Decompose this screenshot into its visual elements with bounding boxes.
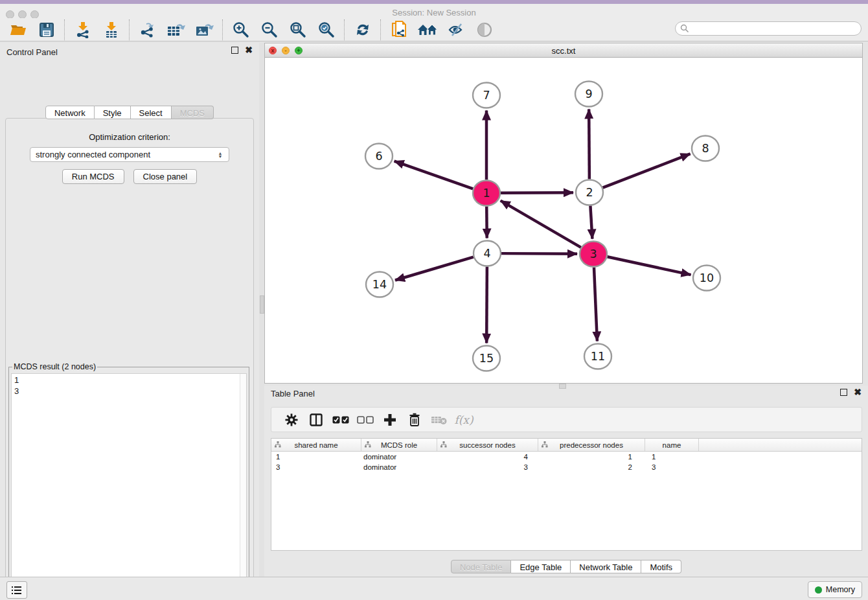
- criterion-dropdown[interactable]: strongly connected component ▲▼: [30, 147, 229, 162]
- table-tabs: Node TableEdge TableNetwork TableMotifs: [264, 560, 868, 573]
- table-row[interactable]: 1dominator411: [271, 452, 862, 462]
- export-image-icon[interactable]: [190, 19, 219, 41]
- edge-2-3[interactable]: [590, 205, 592, 238]
- save-session-icon[interactable]: [32, 19, 61, 41]
- table-cell[interactable]: 2: [538, 462, 645, 472]
- zoom-in-icon[interactable]: [227, 19, 255, 41]
- delete-column-icon[interactable]: [402, 410, 427, 430]
- edge-1-6[interactable]: [394, 161, 474, 189]
- search-field[interactable]: [675, 21, 862, 36]
- network-frame-titlebar[interactable]: x - + scc.txt: [265, 43, 862, 58]
- tab-network-table[interactable]: Network Table: [571, 560, 641, 573]
- criterion-dropdown-value: strongly connected component: [30, 150, 214, 159]
- delete-table-icon[interactable]: [427, 410, 451, 430]
- edge-4-15[interactable]: [486, 266, 487, 343]
- zoom-selected-icon[interactable]: [312, 19, 341, 41]
- toolbar-separator: [129, 19, 130, 40]
- edge-3-11[interactable]: [594, 267, 597, 341]
- edge-3-10[interactable]: [608, 257, 691, 275]
- duplicate-network-icon[interactable]: [385, 19, 413, 41]
- memory-button[interactable]: Memory: [808, 581, 862, 598]
- import-network-icon[interactable]: [69, 19, 97, 41]
- column-header-label: successor nodes: [459, 441, 515, 449]
- create-column-icon[interactable]: [378, 410, 402, 430]
- control-panel-title: Control Panel: [6, 47, 58, 57]
- splitter-handle[interactable]: [260, 295, 264, 314]
- zoom-fit-icon[interactable]: [284, 19, 312, 41]
- node-label-15: 15: [479, 352, 494, 365]
- table-row[interactable]: 3dominator323: [271, 462, 862, 472]
- edge-1-2[interactable]: [501, 192, 573, 193]
- mcds-result-list[interactable]: 1 3: [11, 373, 247, 600]
- tab-edge-table[interactable]: Edge Table: [511, 560, 571, 573]
- unselect-all-columns-icon[interactable]: [353, 410, 378, 430]
- edge-4-3[interactable]: [501, 253, 577, 254]
- close-panel-button[interactable]: Close panel: [133, 169, 198, 184]
- run-mcds-button[interactable]: Run MCDS: [62, 169, 124, 184]
- table-cell[interactable]: dominator: [361, 452, 437, 462]
- edge-4-14[interactable]: [395, 257, 474, 281]
- control-panel-tabs: NetworkStyleSelectMCDS: [0, 106, 259, 119]
- column-header-predecessor-nodes[interactable]: predecessor nodes: [538, 439, 645, 451]
- table-cell[interactable]: 3: [271, 462, 361, 472]
- table-body: 1dominator4113dominator323: [271, 452, 862, 472]
- table-cell[interactable]: 1: [538, 452, 645, 462]
- app-titlebar: Session: New Session: [0, 4, 868, 18]
- split-panel-icon[interactable]: [304, 410, 328, 430]
- table-settings-icon[interactable]: [279, 410, 304, 430]
- table-cell[interactable]: 1: [271, 452, 361, 462]
- select-all-columns-icon[interactable]: [328, 410, 353, 430]
- column-header-successor-nodes[interactable]: successor nodes: [437, 439, 538, 451]
- column-header-shared-name[interactable]: shared name: [271, 439, 361, 451]
- table-cell[interactable]: 3: [437, 462, 538, 472]
- show-hide-panel-icon[interactable]: [470, 19, 499, 41]
- table-cell[interactable]: dominator: [361, 462, 437, 472]
- node-label-7: 7: [483, 89, 490, 102]
- edge-2-9[interactable]: [589, 109, 589, 179]
- memory-label: Memory: [826, 585, 855, 594]
- tab-node-table[interactable]: Node Table: [451, 560, 512, 573]
- app-title: Session: New Session: [0, 8, 868, 17]
- apply-layout-icon[interactable]: [348, 19, 377, 41]
- float-panel-icon[interactable]: [231, 47, 238, 54]
- open-session-icon[interactable]: [4, 19, 32, 41]
- home-icon[interactable]: [413, 19, 442, 41]
- close-table-panel-icon[interactable]: ✖: [854, 389, 862, 396]
- toolbar-separator: [380, 19, 382, 40]
- mcds-result-group: MCDS result (2 nodes) 1 3: [8, 362, 249, 600]
- toolbar-separator: [344, 19, 345, 40]
- table-cell[interactable]: 1: [645, 452, 699, 462]
- edge-3-1[interactable]: [501, 201, 581, 248]
- tab-network[interactable]: Network: [45, 106, 95, 119]
- network-canvas[interactable]: 7968124314101511: [265, 58, 862, 383]
- tab-mcds[interactable]: MCDS: [172, 106, 214, 119]
- search-input[interactable]: [689, 23, 847, 34]
- export-network-icon[interactable]: [133, 19, 162, 41]
- node-label-3: 3: [589, 248, 597, 260]
- toolbar-separator: [64, 19, 65, 40]
- vertical-splitter[interactable]: [259, 43, 264, 577]
- chevron-up-down-icon: ▲▼: [214, 152, 229, 158]
- node-label-14: 14: [372, 278, 387, 291]
- result-scrollbar[interactable]: [240, 374, 246, 600]
- column-header-MCDS-role[interactable]: MCDS role: [361, 439, 437, 451]
- edge-2-8[interactable]: [603, 154, 691, 187]
- tab-select[interactable]: Select: [131, 106, 172, 119]
- close-panel-icon[interactable]: ✖: [245, 47, 253, 54]
- graphics-details-icon[interactable]: [442, 19, 470, 41]
- task-history-button[interactable]: [6, 581, 27, 599]
- function-builder-icon[interactable]: f(x): [451, 410, 476, 430]
- tab-motifs[interactable]: Motifs: [641, 560, 681, 573]
- node-table[interactable]: shared nameMCDS rolesuccessor nodesprede…: [271, 438, 862, 551]
- tab-style[interactable]: Style: [95, 106, 131, 119]
- node-label-4: 4: [483, 247, 490, 260]
- table-cell[interactable]: 4: [437, 452, 538, 462]
- control-panel: Control Panel ✖ NetworkStyleSelectMCDS O…: [0, 43, 259, 577]
- zoom-out-icon[interactable]: [255, 19, 284, 41]
- column-header-name[interactable]: name: [645, 439, 699, 451]
- import-table-icon[interactable]: [97, 19, 126, 41]
- horizontal-splitter-handle[interactable]: [559, 384, 566, 389]
- float-table-panel-icon[interactable]: [840, 389, 847, 396]
- table-cell[interactable]: 3: [645, 462, 699, 472]
- export-table-icon[interactable]: [162, 19, 190, 41]
